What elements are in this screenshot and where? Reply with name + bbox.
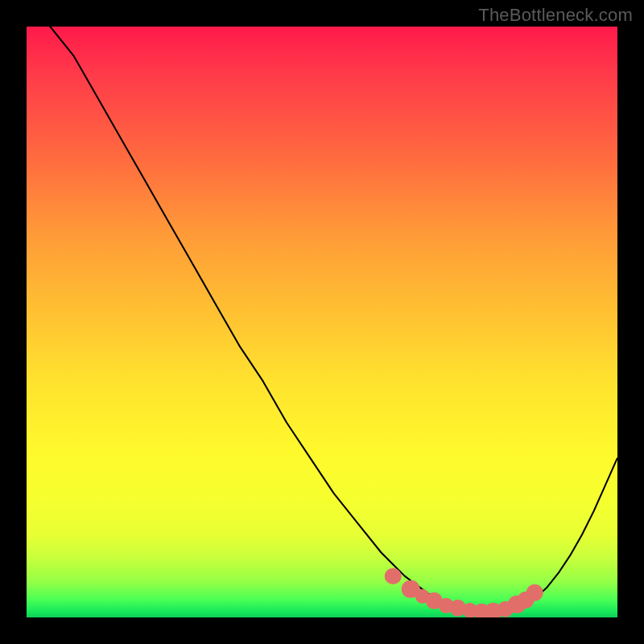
plot-area <box>27 27 617 617</box>
chart-frame: TheBottleneck.com <box>0 0 644 644</box>
curve-marker <box>526 584 543 601</box>
curve-markers <box>27 27 617 617</box>
curve-marker <box>385 568 402 584</box>
watermark-text: TheBottleneck.com <box>478 5 633 26</box>
